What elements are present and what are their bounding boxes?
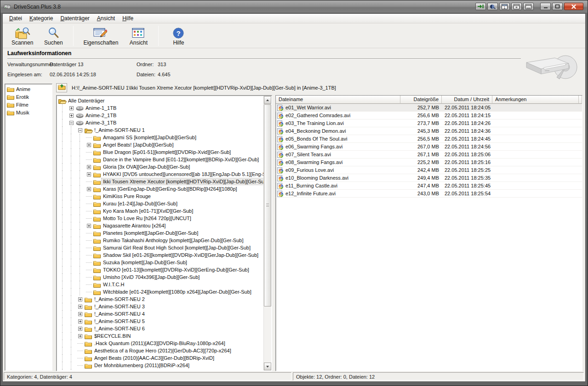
toolbar-eigenschaften-button[interactable]: Eigenschaften	[78, 25, 123, 47]
category-item-filme[interactable]: Filme	[6, 101, 51, 108]
file-row[interactable]: e04_Beckoning Demon.avi245,3 MB22.05.201…	[276, 127, 582, 135]
scroll-thumb[interactable]	[264, 104, 271, 307]
tree-item[interactable]: !_Anime-SORT-NEU 1	[58, 126, 263, 134]
menu-item-ansicht[interactable]: Ansicht	[93, 14, 119, 23]
file-row[interactable]: e07_Silent Tears.avi267,1 MB22.05.2011 1…	[276, 151, 582, 159]
capture-color-button[interactable]	[487, 3, 498, 10]
expand-plus-icon[interactable]	[78, 305, 82, 309]
tree-item[interactable]: HYAKKI [DVD5 untouched][uncensored][ab 1…	[58, 170, 263, 178]
tree-item[interactable]: Ikki Tousen Xtreme Xecutor [komplett][HD…	[58, 178, 263, 185]
file-name: e03_The Training Lion.avi	[285, 119, 344, 127]
close-button[interactable]	[564, 3, 583, 10]
tree-item-label: Amagami SS [komplett][JapDub][GerSub]	[102, 134, 198, 141]
category-item-anime[interactable]: Anime	[6, 85, 51, 93]
expand-plus-icon[interactable]	[87, 143, 91, 147]
folder-up-button[interactable]	[56, 83, 67, 92]
window-bar-button[interactable]	[523, 3, 534, 10]
tree-item[interactable]: Gloria [3x OVA][GerJap-Dub][Ger-Sub]	[58, 163, 263, 170]
file-row[interactable]: e02_Gathered Comrades.avi256,6 MB22.05.2…	[276, 112, 582, 119]
toolbar-hilfe-button[interactable]: ?Hilfe	[163, 25, 194, 47]
tree-item[interactable]: Rumiko Takahashi Anthology [komplett][Ja…	[58, 237, 263, 244]
tree-item[interactable]: Shadow Skil [e01-26][komplett][DVDRip-Xv…	[58, 251, 263, 259]
title-bar[interactable]: DriveScan Plus 3.8 1	[1, 1, 587, 13]
window-1-button[interactable]: 1	[499, 3, 510, 10]
menu-item-hilfe[interactable]: Hilfe	[119, 14, 137, 23]
scroll-down-button[interactable]	[264, 363, 271, 370]
tree-item[interactable]: KimiKiss Pure Rouge	[58, 193, 263, 200]
tree-item[interactable]: W.I.T.C.H	[58, 281, 263, 288]
column-header-anmerkungen[interactable]: Anmerkungen	[492, 96, 579, 104]
collapse-minus-icon[interactable]	[78, 128, 82, 132]
tree-item[interactable]: Golden Boy [e1-6][komplett][Ger-Dub][DVD…	[58, 369, 263, 370]
expand-plus-icon[interactable]	[87, 187, 91, 191]
file-row[interactable]: e09_Furious Love.avi242,4 MB22.05.2011 1…	[276, 166, 582, 174]
expand-plus-icon[interactable]	[78, 319, 82, 324]
window-restore-button[interactable]	[511, 3, 522, 10]
maximize-button[interactable]	[552, 3, 563, 10]
expand-plus-icon[interactable]	[78, 297, 82, 301]
tree-item[interactable]: Anime-3_1TB	[58, 119, 263, 126]
tree-item[interactable]: Alle Datenträger	[58, 97, 263, 104]
expand-plus-icon[interactable]	[78, 327, 82, 331]
tree-scrollbar[interactable]	[263, 96, 271, 370]
expand-plus-icon[interactable]	[87, 165, 91, 169]
expand-plus-icon[interactable]	[78, 312, 82, 316]
tree-item[interactable]: !_Anime-SORT-NEU 2	[58, 295, 263, 303]
category-item-erotik[interactable]: Erotik	[6, 93, 51, 101]
tree-item[interactable]: Blue Dragon [Ep01-51][komplett][DVDRip-X…	[58, 148, 263, 156]
toolbar-suchen-button[interactable]: Suchen	[38, 25, 69, 47]
tree-item[interactable]: Umisho [XviD 704x396][Jap-Dub][Ger-Sub]	[58, 273, 263, 281]
expand-plus-icon[interactable]	[87, 224, 91, 228]
expand-plus-icon[interactable]	[69, 106, 74, 110]
tree-item[interactable]: TOKKO [e01-13][komplett][DVDRip-XviD][Ge…	[58, 266, 263, 273]
expand-plus-icon[interactable]	[78, 334, 82, 338]
tree-item[interactable]: Anime-1_1TB	[58, 104, 263, 112]
tree-item[interactable]: Nagasarette Airantou [x264]	[58, 222, 263, 229]
tree-item[interactable]: !_Anime-SORT-NEU 6	[58, 325, 263, 332]
tree-item[interactable]: Suzuka [komplett][Jap-Dub][Ger-Sub]	[58, 259, 263, 266]
tree-item[interactable]: Dance in the Vampire Bund [E01-12][kompl…	[58, 156, 263, 163]
expand-plus-icon[interactable]	[69, 114, 74, 118]
tree-item[interactable]: Motto To Love Ru [h264 720p][UNCUT]	[58, 215, 263, 222]
tree-item[interactable]: Karas [GerEngJap-Dub][GerEng-Sub][BDRip]…	[58, 185, 263, 193]
file-row[interactable]: e01_Wet Warrior.avi252,7 MB22.05.2011 18…	[276, 104, 582, 112]
file-row[interactable]: e11_Burning Castle.avi247,4 MB22.05.2011…	[276, 182, 582, 190]
column-header-dateiname[interactable]: Dateiname	[276, 96, 400, 104]
file-row[interactable]: e06_Swarming Fangs.avi267,0 MB22.05.2011…	[276, 143, 582, 151]
toolbar-ansicht-button[interactable]: Ansicht	[123, 25, 154, 47]
menu-item-kategorie[interactable]: Kategorie	[26, 14, 57, 23]
tree-item[interactable]: Witchblade [e01-24][komplett][1080p x264…	[58, 288, 263, 295]
tree-item[interactable]: Der Mohnblumenberg (2011)[BDRiP-x264]	[58, 362, 263, 369]
expand-plus-icon[interactable]	[87, 172, 91, 176]
menu-item-datei[interactable]: Datei	[6, 14, 26, 23]
tree-item[interactable]: Angel Beats! [JapDub][GerSub]	[58, 141, 263, 148]
tree-item[interactable]: Amagami SS [komplett][JapDub][GerSub]	[58, 134, 263, 141]
file-row[interactable]: e10_Blooming Darkness.avi249,4 MB22.05.2…	[276, 174, 582, 182]
tree-item[interactable]: Kyo Kara Maoh [e01-71][XviD][Ger-Sub]	[58, 207, 263, 215]
tree-item[interactable]: !_Anime-SORT-NEU 3	[58, 303, 263, 310]
capture-scroll-button[interactable]	[475, 3, 486, 10]
tree-item[interactable]: Kurau [e1-24][Jap-Dub][Ger-Sub]	[58, 200, 263, 207]
tree-item[interactable]: .Hack Quantum (2011)[AC3][DVDRip-BluRay-…	[58, 340, 263, 347]
tree-item[interactable]: Planetes [komplett][JapGer-Dub][Ger-Sub]	[58, 229, 263, 237]
tree-item[interactable]: !_Anime-SORT-NEU 4	[58, 310, 263, 318]
tree-item[interactable]: Aesthetica of a Rogue Hero (2012)[GerDub…	[58, 347, 263, 354]
toolbar-scannen-button[interactable]: Scannen	[6, 25, 38, 47]
tree-item[interactable]: !_Anime-SORT-NEU 5	[58, 318, 263, 325]
scroll-up-button[interactable]	[264, 96, 271, 104]
file-row[interactable]: e03_The Training Lion.avi273,7 MB22.05.2…	[276, 119, 582, 127]
file-row[interactable]: e08_Swarming Fangs.avi225,2 MB22.05.2011…	[276, 159, 582, 166]
column-header-dateigr-e[interactable]: Dateigröße	[400, 96, 442, 104]
tree-item[interactable]: Angel Beats (2010)[AAC-AC3][Ger-Dub][BDR…	[58, 354, 263, 362]
collapse-minus-icon[interactable]	[69, 121, 74, 125]
file-row[interactable]: e05_Bonds Of The Soul.avi256,5 MB22.05.2…	[276, 135, 582, 143]
tree-expander-slot	[85, 288, 93, 295]
menu-item-datentr-ger[interactable]: Datenträger	[57, 14, 93, 23]
tree-item[interactable]: Anime-2_1TB	[58, 112, 263, 119]
tree-item[interactable]: $RECYCLE.BIN	[58, 332, 263, 340]
minimize-button[interactable]	[540, 3, 551, 10]
file-row[interactable]: e12_Infinite Future.avi243,0 MB22.05.201…	[276, 190, 582, 198]
column-header-datum-uhrzeit[interactable]: Datum / Uhrzeit	[442, 96, 492, 104]
tree-item[interactable]: Samurai Girl Real Bout High School [komp…	[58, 244, 263, 251]
category-item-musik[interactable]: Musik	[6, 108, 51, 116]
